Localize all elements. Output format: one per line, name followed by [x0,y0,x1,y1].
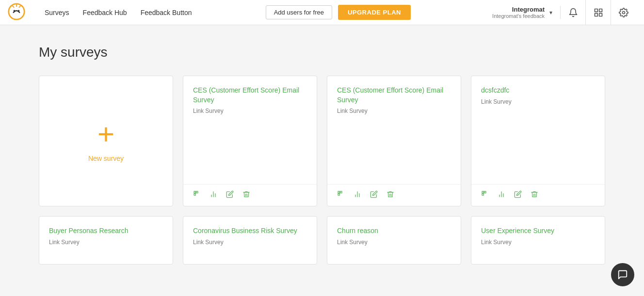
user-subtitle: Integromat's feedback [492,13,545,19]
svg-rect-14 [338,191,339,193]
survey-card-body: dcsfczdfc Link Survey [471,76,605,184]
survey-card-churn: Churn reason Link Survey [327,216,461,265]
survey-card-title[interactable]: dcsfczdfc [481,86,595,95]
stats-icon[interactable] [498,190,505,200]
svg-rect-3 [595,9,597,12]
svg-rect-20 [482,191,483,193]
chat-widget[interactable] [611,263,634,284]
user-info[interactable]: Integromat Integromat's feedback ▾ [484,6,561,19]
survey-card-type: Link Survey [337,239,451,246]
survey-card-type: Link Survey [49,239,163,246]
nav-feedback-button[interactable]: Feedback Button [141,9,192,16]
survey-card-type: Link Survey [481,239,595,246]
header: Surveys Feedback Hub Feedback Button Add… [0,0,644,25]
svg-point-7 [623,11,625,14]
header-center: Add users for free UPGRADE PLAN [192,5,485,20]
edit-icon[interactable] [514,190,522,200]
notifications-button[interactable] [561,0,586,25]
bookmark-button[interactable] [586,0,611,25]
svg-point-1 [14,10,16,12]
svg-rect-4 [599,9,602,12]
preview-icon[interactable] [193,190,201,200]
logo[interactable] [8,3,35,22]
survey-card-footer [327,184,461,206]
new-survey-plus-icon: + [97,120,114,149]
user-info-text: Integromat Integromat's feedback [492,6,545,19]
nav-surveys[interactable]: Surveys [45,9,69,16]
svg-rect-16 [338,194,339,195]
survey-card-body: CES (Customer Effort Score) Email Survey… [327,76,461,184]
main-content: My surveys + New survey CES (Customer Ef… [0,25,644,284]
svg-rect-8 [194,191,195,193]
survey-card-footer [183,184,317,206]
survey-card-type: Link Survey [337,108,451,114]
delete-icon[interactable] [242,190,250,200]
new-survey-label: New survey [88,155,124,162]
preview-icon[interactable] [481,190,489,200]
stats-icon[interactable] [354,190,361,200]
survey-card-title[interactable]: CES (Customer Effort Score) Email Survey [193,86,307,105]
survey-grid: + New survey CES (Customer Effort Score)… [39,76,605,206]
survey-card-type: Link Survey [193,239,307,246]
svg-rect-10 [194,194,195,195]
survey-card-ces1: CES (Customer Effort Score) Email Survey… [183,76,317,206]
survey-card-type: Link Survey [481,98,595,105]
delete-icon[interactable] [531,190,538,200]
survey-card-coronavirus: Coronavirus Business Risk Survey Link Su… [183,216,317,265]
user-name: Integromat [492,6,545,13]
settings-button[interactable] [611,0,636,25]
new-survey-card[interactable]: + New survey [39,76,173,206]
survey-grid-bottom: Buyer Personas Research Link Survey Coro… [39,216,605,265]
svg-rect-21 [484,191,486,193]
page-title: My surveys [39,45,605,60]
survey-card-ces2: CES (Customer Effort Score) Email Survey… [327,76,461,206]
add-users-button[interactable]: Add users for free [266,5,332,19]
edit-icon[interactable] [226,190,234,200]
survey-card-title[interactable]: CES (Customer Effort Score) Email Survey [337,86,451,105]
svg-rect-15 [340,191,342,193]
survey-card-title[interactable]: Buyer Personas Research [49,226,163,236]
survey-card-ux: User Experience Survey Link Survey [471,216,605,265]
svg-point-2 [18,10,20,12]
chevron-down-icon: ▾ [549,9,552,16]
survey-card-footer [471,184,605,206]
upgrade-button[interactable]: UPGRADE PLAN [338,5,411,20]
header-right: Integromat Integromat's feedback ▾ [484,0,636,25]
delete-icon[interactable] [386,190,394,200]
nav-feedback-hub[interactable]: Feedback Hub [83,9,127,16]
survey-card-type: Link Survey [193,108,307,114]
edit-icon[interactable] [370,190,378,200]
survey-card-title[interactable]: Coronavirus Business Risk Survey [193,226,307,236]
main-nav: Surveys Feedback Hub Feedback Button [45,9,192,16]
preview-icon[interactable] [337,190,345,200]
survey-card-dcsfczdfc: dcsfczdfc Link Survey [471,76,605,206]
svg-rect-9 [196,191,198,193]
stats-icon[interactable] [209,190,217,200]
svg-rect-5 [599,13,602,16]
survey-card-title[interactable]: User Experience Survey [481,226,595,236]
survey-card-buyer: Buyer Personas Research Link Survey [39,216,173,265]
survey-card-title[interactable]: Churn reason [337,226,451,236]
survey-card-body: CES (Customer Effort Score) Email Survey… [183,76,317,184]
svg-rect-6 [595,13,597,16]
svg-rect-22 [482,194,483,195]
